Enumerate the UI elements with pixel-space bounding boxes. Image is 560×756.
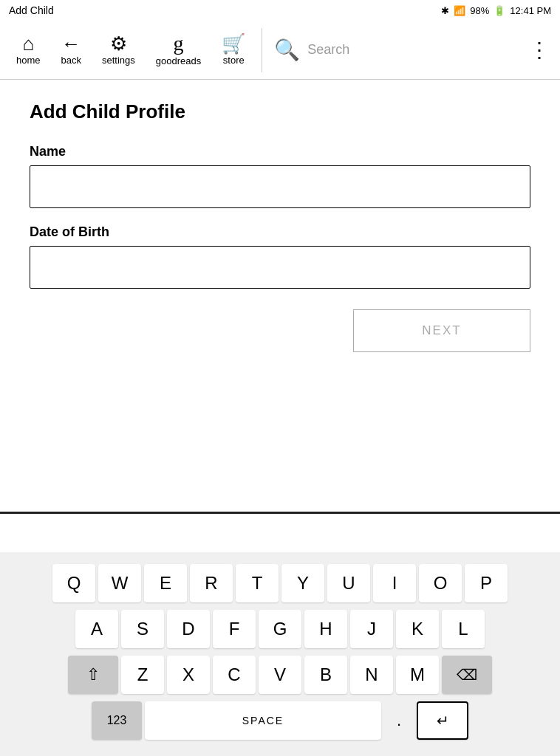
keyboard-row-1: Q W E R T Y U I O P: [6, 564, 554, 602]
name-input[interactable]: [30, 165, 530, 208]
store-nav-item[interactable]: 🛒 store: [211, 28, 256, 72]
keyboard-row-3: ⇧ Z X C V B N M ⌫: [6, 656, 554, 694]
more-menu-icon[interactable]: ⋮: [520, 38, 560, 62]
main-content: Add Child Profile Name Date of Birth NEX…: [0, 80, 560, 367]
goodreads-label: goodreads: [156, 55, 201, 66]
search-icon: 🔍: [274, 38, 300, 62]
battery-level: 98%: [470, 5, 489, 16]
key-p[interactable]: P: [465, 564, 508, 602]
nav-bar: ⌂ home ← back ⚙ settings g goodreads 🛒 s…: [0, 21, 560, 80]
key-b[interactable]: B: [304, 656, 347, 694]
nav-left: ⌂ home ← back ⚙ settings g goodreads 🛒 s…: [0, 27, 262, 72]
key-o[interactable]: O: [419, 564, 462, 602]
dot-key[interactable]: .: [384, 701, 414, 740]
key-k[interactable]: K: [396, 610, 439, 648]
wifi-icon: 📶: [454, 5, 465, 16]
key-x[interactable]: X: [167, 656, 210, 694]
keyboard-row-4: 123 SPACE . ↵: [6, 701, 554, 740]
shift-key[interactable]: ⇧: [68, 656, 118, 694]
goodreads-nav-item[interactable]: g goodreads: [146, 27, 211, 72]
back-label: back: [61, 55, 81, 66]
key-w[interactable]: W: [98, 564, 141, 602]
dob-label: Date of Birth: [30, 224, 530, 240]
enter-key[interactable]: ↵: [417, 701, 468, 740]
keyboard-row-2: A S D F G H J K L: [6, 610, 554, 648]
goodreads-icon: g: [174, 33, 184, 54]
key-z[interactable]: Z: [121, 656, 164, 694]
status-right: ✱ 📶 98% 🔋 12:41 PM: [441, 5, 551, 16]
name-label: Name: [30, 144, 530, 159]
backspace-key[interactable]: ⌫: [442, 656, 492, 694]
clock: 12:41 PM: [510, 5, 551, 16]
store-label: store: [223, 55, 245, 66]
key-f[interactable]: F: [213, 610, 256, 648]
status-bar: Add Child ✱ 📶 98% 🔋 12:41 PM: [0, 0, 560, 21]
key-s[interactable]: S: [121, 610, 164, 648]
back-icon: ←: [61, 34, 81, 53]
key-a[interactable]: A: [75, 610, 118, 648]
key-h[interactable]: H: [304, 610, 347, 648]
home-nav-item[interactable]: ⌂ home: [6, 28, 51, 72]
keyboard-divider: [0, 512, 560, 514]
key-e[interactable]: E: [144, 564, 187, 602]
battery-icon: 🔋: [494, 5, 505, 16]
key-i[interactable]: I: [373, 564, 416, 602]
space-key[interactable]: SPACE: [145, 701, 381, 740]
num-key[interactable]: 123: [92, 701, 142, 740]
home-icon: ⌂: [22, 34, 34, 53]
page-title: Add Child Profile: [30, 100, 530, 123]
settings-nav-item[interactable]: ⚙ settings: [92, 28, 146, 72]
search-placeholder[interactable]: Search: [307, 42, 508, 58]
key-d[interactable]: D: [167, 610, 210, 648]
key-m[interactable]: M: [396, 656, 439, 694]
settings-label: settings: [102, 55, 135, 66]
back-nav-item[interactable]: ← back: [51, 28, 92, 72]
settings-icon: ⚙: [110, 34, 127, 53]
key-u[interactable]: U: [327, 564, 370, 602]
store-icon: 🛒: [222, 34, 245, 53]
key-g[interactable]: G: [259, 610, 301, 648]
key-c[interactable]: C: [213, 656, 256, 694]
next-button-wrap: NEXT: [30, 309, 530, 352]
next-button[interactable]: NEXT: [353, 309, 530, 352]
key-q[interactable]: Q: [52, 564, 95, 602]
home-label: home: [16, 55, 41, 66]
key-v[interactable]: V: [259, 656, 301, 694]
search-area[interactable]: 🔍 Search: [262, 38, 520, 62]
key-l[interactable]: L: [442, 610, 485, 648]
key-n[interactable]: N: [350, 656, 393, 694]
key-y[interactable]: Y: [281, 564, 324, 602]
key-j[interactable]: J: [350, 610, 393, 648]
keyboard: Q W E R T Y U I O P A S D F G H J K L ⇧ …: [0, 552, 560, 756]
bluetooth-icon: ✱: [441, 5, 449, 16]
dob-input[interactable]: [30, 246, 530, 289]
status-title: Add Child: [9, 4, 54, 16]
key-t[interactable]: T: [236, 564, 279, 602]
key-r[interactable]: R: [190, 564, 233, 602]
